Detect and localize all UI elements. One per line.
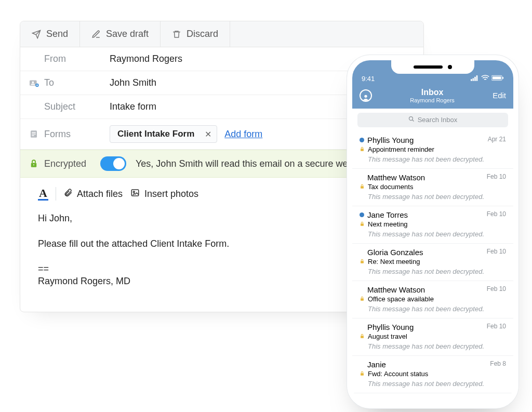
camera-icon (448, 65, 452, 69)
mail-sender: Phyllis Young (367, 323, 414, 331)
mail-item[interactable]: Matthew WatsonFeb 10Office space availab… (352, 281, 513, 318)
svg-rect-16 (493, 76, 501, 79)
remove-chip-icon[interactable]: ✕ (205, 129, 211, 139)
image-icon (130, 188, 140, 200)
speaker-icon (414, 65, 443, 69)
svg-rect-25 (361, 336, 364, 338)
mail-item[interactable]: Jane TorresFeb 10Next meetingThis messag… (352, 206, 513, 244)
edit-button[interactable]: Edit (493, 91, 506, 100)
svg-rect-14 (476, 75, 478, 81)
battery-icon (491, 75, 504, 83)
mail-list: Phyllis YoungApr 21Appointment reminderT… (352, 131, 513, 393)
mail-date: Feb 10 (487, 173, 506, 180)
status-bar: 9:41 (352, 75, 513, 85)
phone-notch (391, 60, 474, 74)
svg-rect-4 (32, 132, 36, 133)
discard-button[interactable]: Discard (161, 21, 230, 47)
mail-item[interactable]: Matthew WatsonFeb 10Tax documentsThis me… (352, 169, 513, 206)
phone-mockup: 9:41 Inbox Raymond Rogers Edit (347, 55, 518, 408)
svg-rect-26 (361, 373, 364, 376)
inbox-subtitle: Raymond Rogers (410, 97, 455, 103)
mail-item[interactable]: JanieFeb 8Fwd: Account statusThis messag… (352, 356, 513, 393)
subject-value: Intake form (110, 101, 156, 112)
mail-preview: This message has not been decrypted. (360, 193, 507, 201)
phone-body: Search Inbox Phyllis YoungApr 21Appointm… (352, 109, 513, 405)
svg-rect-20 (361, 149, 364, 151)
send-button[interactable]: Send (20, 21, 80, 47)
svg-rect-23 (361, 261, 364, 263)
mail-date: Feb 10 (487, 248, 506, 255)
mail-sender: Matthew Watson (367, 285, 425, 294)
send-label: Send (46, 29, 68, 39)
mail-date: Feb 10 (487, 323, 506, 330)
subject-label: Subject (44, 101, 75, 112)
avatar-icon[interactable] (360, 89, 372, 102)
mail-preview: This message has not been decrypted. (360, 155, 507, 163)
mail-item[interactable]: Phyllis YoungFeb 10August travelThis mes… (352, 318, 513, 356)
discard-label: Discard (187, 29, 218, 39)
compose-toolbar: Send Save draft Discard (20, 21, 423, 47)
mail-preview: This message has not been decrypted. (360, 230, 507, 238)
attach-files-button[interactable]: Attach files (63, 188, 123, 201)
svg-rect-5 (32, 134, 36, 135)
to-value: John Smith (110, 77, 156, 88)
form-chip[interactable]: Client Intake Form ✕ (110, 125, 217, 143)
mail-subject: August travel (368, 333, 407, 340)
save-draft-label: Save draft (106, 29, 149, 39)
mail-subject: Office space available (368, 295, 434, 303)
mail-sender: Phyllis Young (367, 136, 414, 144)
encrypted-toggle[interactable] (100, 156, 126, 171)
lock-icon (360, 145, 365, 154)
search-icon (408, 116, 415, 124)
add-contact-icon[interactable] (28, 79, 40, 87)
insert-photos-button[interactable]: Insert photos (130, 188, 198, 200)
mail-date: Feb 10 (487, 210, 506, 218)
format-text-icon[interactable]: A (38, 188, 48, 201)
encrypted-label: Encrypted (44, 158, 86, 169)
mail-item[interactable]: Phyllis YoungApr 21Appointment reminderT… (352, 131, 513, 169)
lock-icon (28, 158, 40, 169)
mail-subject: Appointment reminder (368, 145, 434, 153)
from-label: From (44, 54, 66, 64)
lock-icon (360, 295, 365, 304)
mail-sender: Matthew Watson (367, 173, 425, 182)
svg-point-18 (364, 95, 367, 98)
mail-preview: This message has not been decrypted. (360, 268, 507, 275)
wifi-icon (481, 75, 489, 83)
svg-point-10 (133, 191, 135, 193)
mail-preview: This message has not been decrypted. (360, 380, 507, 388)
mail-subject: Fwd: Account status (368, 370, 428, 378)
to-label: To (44, 77, 54, 88)
mail-sender: Jane Torres (367, 210, 408, 219)
search-placeholder: Search Inbox (418, 116, 458, 124)
mail-date: Feb 8 (490, 360, 506, 367)
signal-icon (471, 75, 479, 83)
attach-files-label: Attach files (77, 189, 123, 200)
svg-point-19 (409, 117, 413, 121)
unread-dot-icon (360, 138, 364, 142)
mail-preview: This message has not been decrypted. (360, 342, 507, 350)
paper-plane-icon (32, 30, 41, 39)
add-form-link[interactable]: Add form (224, 129, 262, 140)
mail-subject: Next meeting (368, 220, 408, 228)
mail-subject: Tax documents (368, 183, 413, 191)
form-icon (28, 129, 40, 139)
save-draft-button[interactable]: Save draft (80, 21, 161, 47)
from-value: Raymond Rogers (110, 54, 182, 64)
lock-icon (360, 257, 365, 267)
mail-date: Apr 21 (488, 136, 506, 143)
svg-rect-17 (502, 77, 503, 79)
svg-rect-21 (361, 186, 364, 189)
pencil-icon (91, 30, 101, 39)
mail-item[interactable]: Gloria GonzalesFeb 10Re: Next meetingThi… (352, 244, 513, 281)
inbox-title: Inbox (410, 88, 455, 97)
paperclip-icon (63, 188, 73, 201)
lock-icon (360, 369, 365, 379)
encrypted-message: Yes, John Smith will read this email on … (136, 158, 366, 169)
mail-date: Feb 10 (487, 285, 506, 293)
form-chip-label: Client Intake Form (117, 129, 194, 139)
svg-point-8 (33, 164, 34, 165)
svg-rect-12 (473, 78, 474, 81)
insert-photos-label: Insert photos (144, 189, 198, 200)
search-input[interactable]: Search Inbox (357, 113, 508, 127)
